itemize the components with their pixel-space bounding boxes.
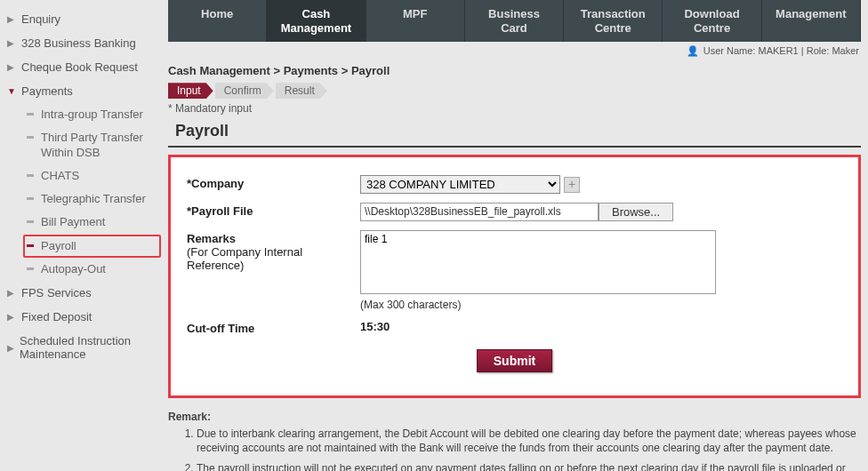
nav-cash-management[interactable]: CashManagement [267, 0, 366, 42]
browse-button[interactable]: Browse... [599, 203, 673, 221]
sidebar-item-fixed-deposit[interactable]: ▶Fixed Deposit [5, 305, 161, 329]
user-name: MAKER1 [758, 45, 798, 56]
remark-title: Remark: [168, 411, 211, 423]
cutoff-value: 15:30 [360, 320, 390, 333]
step-input: Input [168, 83, 213, 99]
caret-right-icon: ▶ [7, 62, 16, 72]
user-info: 👤 User Name: MAKER1 | Role: Maker [168, 42, 861, 62]
caret-right-icon: ▶ [7, 288, 16, 298]
nav-mpf[interactable]: MPF [366, 0, 465, 42]
mandatory-note: * Mandatory input [168, 102, 861, 115]
bullet-icon [27, 244, 34, 247]
remark-section: Remark: Due to interbank clearing arrang… [168, 411, 861, 471]
sidebar-sub-bill-payment[interactable]: Bill Payment [25, 211, 161, 234]
payroll-file-path: \\Desktop\328BusinessEB_file_payroll.xls [360, 203, 599, 221]
sidebar-item-enquiry[interactable]: ▶Enquiry [5, 7, 161, 31]
company-label: *Company [187, 175, 360, 190]
sidebar-item-label: Payments [21, 84, 73, 98]
add-company-button[interactable]: + [564, 177, 580, 193]
caret-right-icon: ▶ [7, 38, 16, 48]
sidebar-item-scheduled-instruction-maintenance[interactable]: ▶Scheduled Instruction Maintenance [5, 329, 161, 366]
step-indicator: InputConfirmResult [168, 83, 861, 99]
sidebar-sub-label: Payroll [41, 239, 76, 253]
form-area: *Company 328 COMPANY LIMITED + *Payroll … [168, 155, 861, 398]
bullet-icon [27, 113, 34, 116]
sidebar-sub-third-party-transfer-within-dsb[interactable]: Third Party Transfer Within DSB [25, 126, 161, 164]
bullet-icon [27, 267, 34, 270]
payroll-file-label: *Payroll File [187, 203, 360, 218]
sidebar-item-label: Cheque Book Request [21, 60, 138, 74]
sidebar-item-label: FPS Services [21, 286, 92, 299]
sidebar-item-328-business-banking[interactable]: ▶328 Business Banking [5, 31, 161, 55]
caret-right-icon: ▶ [7, 312, 16, 322]
nav-management[interactable]: Management [762, 0, 861, 42]
bullet-icon [27, 136, 34, 139]
sidebar-item-fps-services[interactable]: ▶FPS Services [5, 281, 161, 305]
bullet-icon [27, 197, 34, 200]
remarks-sublabel: (For Company Internal Reference) [187, 245, 360, 272]
bullet-icon [27, 174, 34, 177]
sidebar-sub-label: Third Party Transfer Within DSB [41, 131, 159, 160]
remarks-input[interactable] [360, 230, 716, 294]
sidebar-item-cheque-book-request[interactable]: ▶Cheque Book Request [5, 55, 161, 79]
top-nav: HomeCashManagementMPFBusinessCardTransac… [168, 0, 861, 42]
sidebar-sub-label: CHATS [41, 169, 79, 183]
sidebar-sub-label: Bill Payment [41, 215, 105, 229]
company-select[interactable]: 328 COMPANY LIMITED [360, 175, 560, 194]
step-confirm: Confirm [215, 83, 274, 99]
sidebar-item-label: Enquiry [21, 12, 60, 26]
bullet-icon [27, 220, 34, 223]
remark-item: Due to interbank clearing arrangement, t… [197, 427, 861, 455]
sidebar-sub-label: Intra-group Transfer [41, 108, 143, 122]
step-result: Result [276, 83, 327, 99]
sidebar-item-label: 328 Business Banking [21, 36, 136, 50]
remarks-label: Remarks (For Company Internal Reference) [187, 230, 360, 272]
user-prefix: User Name: [703, 45, 759, 56]
char-limit-note: (Max 300 characters) [360, 299, 842, 311]
user-role: Maker [832, 45, 859, 56]
nav-business-card[interactable]: BusinessCard [465, 0, 564, 42]
caret-down-icon: ▼ [7, 86, 16, 96]
role-prefix: | Role: [799, 45, 832, 56]
nav-home[interactable]: Home [168, 0, 267, 42]
sidebar-sub-label: Autopay-Out [41, 262, 106, 276]
main-content: HomeCashManagementMPFBusinessCardTransac… [165, 0, 868, 471]
nav-transaction-centre[interactable]: TransactionCentre [564, 0, 663, 42]
sidebar-sub-chats[interactable]: CHATS [25, 164, 161, 188]
caret-right-icon: ▶ [7, 14, 16, 24]
user-icon: 👤 [687, 45, 699, 56]
sidebar: ▶Enquiry▶328 Business Banking▶Cheque Boo… [0, 0, 165, 471]
sidebar-sub-intra-group-transfer[interactable]: Intra-group Transfer [25, 103, 161, 126]
sidebar-sub-telegraphic-transfer[interactable]: Telegraphic Transfer [25, 188, 161, 211]
sidebar-sub-payroll[interactable]: Payroll [23, 235, 161, 258]
cutoff-label: Cut-off Time [187, 320, 360, 335]
nav-download-centre[interactable]: DownloadCentre [663, 0, 761, 42]
sidebar-item-label: Scheduled Instruction Maintenance [20, 334, 159, 361]
submit-button[interactable]: Submit [477, 349, 552, 372]
sidebar-sub-label: Telegraphic Transfer [41, 192, 146, 206]
sidebar-sub-autopay-out[interactable]: Autopay-Out [25, 258, 161, 281]
caret-right-icon: ▶ [7, 343, 14, 353]
plus-icon: + [568, 177, 575, 191]
breadcrumb: Cash Management > Payments > Payroll [168, 62, 861, 83]
page-title: Payroll [168, 120, 861, 148]
remark-item: The payroll instruction will not be exec… [197, 461, 861, 471]
sidebar-item-payments[interactable]: ▼Payments [5, 79, 161, 103]
sidebar-item-label: Fixed Deposit [21, 310, 92, 323]
